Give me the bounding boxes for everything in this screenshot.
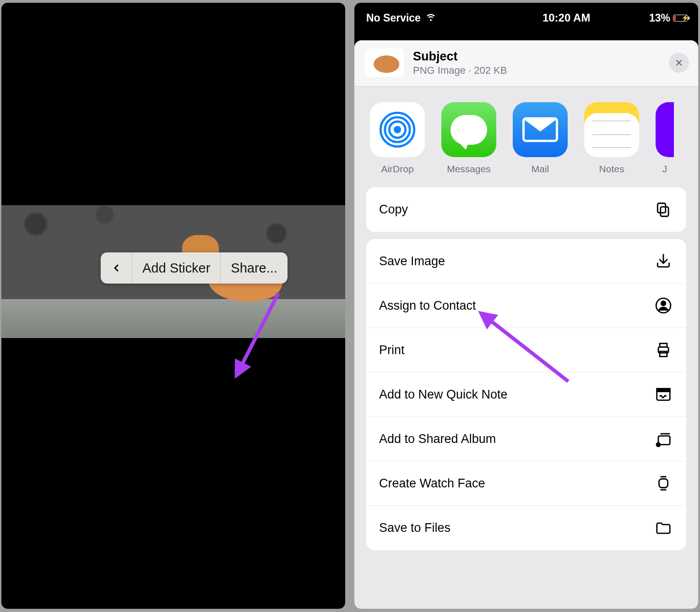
- photo-viewer-panel: Add Sticker Share...: [1, 3, 345, 609]
- notes-icon: [584, 102, 639, 157]
- actions-group-2: Save Image Assign to Contact Print: [366, 239, 686, 550]
- watch-icon: [653, 475, 673, 492]
- svg-point-2: [394, 126, 401, 133]
- svg-point-16: [657, 443, 660, 447]
- close-icon: [674, 58, 684, 67]
- share-sheet-panel: No Service 10:20 AM 13% ⚡ Subject PNG Im…: [354, 3, 698, 609]
- wifi-icon: [425, 11, 436, 25]
- clock-label: 10:20 AM: [436, 11, 649, 24]
- partial-app-icon: [656, 102, 674, 157]
- action-watch-face[interactable]: Create Watch Face: [366, 461, 686, 506]
- sheet-subtitle: PNG Image · 202 KB: [413, 65, 660, 76]
- share-button[interactable]: Share...: [221, 252, 288, 284]
- svg-point-9: [661, 301, 666, 306]
- app-messages[interactable]: Messages: [441, 102, 496, 175]
- action-assign-contact[interactable]: Assign to Contact: [366, 284, 686, 328]
- download-icon: [653, 252, 673, 270]
- action-save-files[interactable]: Save to Files: [366, 506, 686, 550]
- sheet-title: Subject: [413, 49, 660, 64]
- sharedalbum-icon: [653, 430, 673, 448]
- action-shared-album[interactable]: Add to Shared Album: [366, 417, 686, 461]
- messages-icon: [441, 102, 496, 157]
- folder-icon: [653, 519, 673, 537]
- app-partial[interactable]: J: [656, 102, 674, 175]
- status-bar: No Service 10:20 AM 13% ⚡: [354, 3, 698, 33]
- quicknote-icon: [653, 386, 673, 403]
- svg-rect-12: [660, 351, 667, 356]
- mail-icon: [513, 102, 568, 157]
- actions-group-1: Copy: [366, 187, 686, 232]
- subject-thumbnail: [365, 49, 404, 77]
- carrier-label: No Service: [366, 12, 421, 24]
- share-sheet: Subject PNG Image · 202 KB AirDrop Messa…: [354, 40, 698, 609]
- printer-icon: [653, 341, 673, 359]
- menu-back-button[interactable]: [101, 252, 132, 284]
- add-sticker-button[interactable]: Add Sticker: [132, 252, 221, 284]
- subject-context-menu: Add Sticker Share...: [101, 252, 288, 284]
- contact-icon: [653, 297, 673, 314]
- airdrop-icon: [370, 102, 425, 157]
- app-airdrop[interactable]: AirDrop: [370, 102, 425, 175]
- chevron-left-icon: [111, 262, 122, 273]
- sheet-header: Subject PNG Image · 202 KB: [354, 40, 698, 87]
- copy-icon: [653, 201, 673, 219]
- action-save-image[interactable]: Save Image: [366, 239, 686, 284]
- svg-rect-7: [657, 203, 665, 213]
- close-button[interactable]: [669, 53, 689, 73]
- svg-rect-6: [661, 207, 668, 216]
- action-copy[interactable]: Copy: [366, 187, 686, 232]
- share-apps-row[interactable]: AirDrop Messages Mail Notes J: [354, 87, 698, 187]
- app-mail[interactable]: Mail: [513, 102, 568, 175]
- svg-rect-11: [660, 344, 667, 347]
- svg-rect-14: [657, 388, 670, 391]
- battery-pct-label: 13%: [649, 12, 670, 24]
- charging-icon: ⚡: [681, 14, 689, 22]
- app-notes[interactable]: Notes: [584, 102, 639, 175]
- svg-rect-17: [659, 479, 668, 488]
- action-quick-note[interactable]: Add to New Quick Note: [366, 372, 686, 417]
